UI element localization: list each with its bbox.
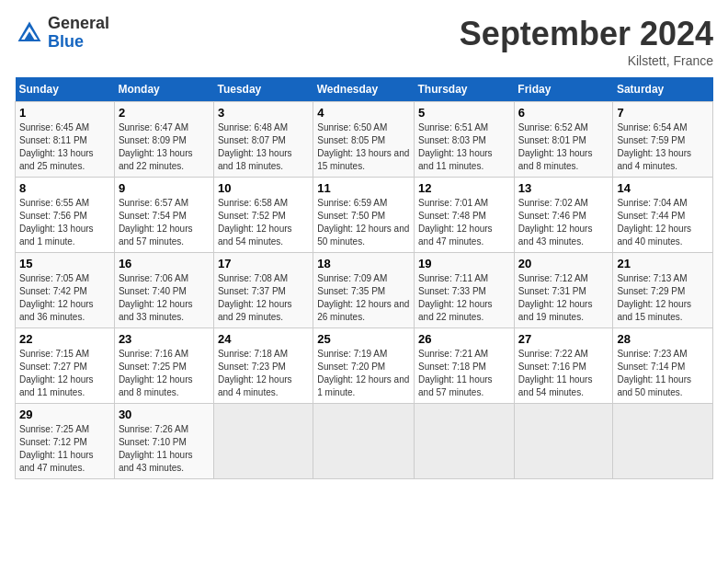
calendar-week-3: 22Sunrise: 7:15 AMSunset: 7:27 PMDayligh… [16,328,713,404]
day-number: 4 [317,106,410,120]
calendar-cell: 30Sunrise: 7:26 AMSunset: 7:10 PMDayligh… [114,404,213,479]
header-monday: Monday [114,77,213,102]
calendar-cell [313,404,415,479]
day-info: Sunrise: 6:47 AMSunset: 8:09 PMDaylight:… [119,122,193,171]
day-info: Sunrise: 7:04 AMSunset: 7:44 PMDaylight:… [617,198,691,247]
day-info: Sunrise: 7:05 AMSunset: 7:42 PMDaylight:… [19,273,94,322]
day-info: Sunrise: 7:13 AMSunset: 7:29 PMDaylight:… [617,273,691,322]
day-number: 15 [19,257,110,270]
day-number: 27 [518,332,609,346]
day-info: Sunrise: 7:06 AMSunset: 7:40 PMDaylight:… [119,273,193,322]
calendar-cell: 11Sunrise: 6:59 AMSunset: 7:50 PMDayligh… [313,178,415,253]
calendar-cell: 22Sunrise: 7:15 AMSunset: 7:27 PMDayligh… [16,328,115,404]
day-info: Sunrise: 6:45 AMSunset: 8:11 PMDaylight:… [19,122,94,171]
logo-general: General [48,14,109,32]
day-info: Sunrise: 7:09 AMSunset: 7:35 PMDaylight:… [317,273,409,322]
day-number: 10 [218,181,309,195]
calendar-cell: 3Sunrise: 6:48 AMSunset: 8:07 PMDaylight… [213,102,313,178]
calendar-cell: 2Sunrise: 6:47 AMSunset: 8:09 PMDaylight… [114,102,213,178]
day-number: 30 [119,408,210,421]
header-sunday: Sunday [16,77,115,102]
header-wednesday: Wednesday [313,77,415,102]
calendar-cell: 24Sunrise: 7:18 AMSunset: 7:23 PMDayligh… [213,328,313,404]
calendar-cell: 9Sunrise: 6:57 AMSunset: 7:54 PMDaylight… [114,178,213,253]
calendar-table: SundayMondayTuesdayWednesdayThursdayFrid… [15,77,713,479]
day-info: Sunrise: 6:57 AMSunset: 7:54 PMDaylight:… [119,198,193,247]
day-info: Sunrise: 7:12 AMSunset: 7:31 PMDaylight:… [518,273,593,322]
day-number: 26 [418,332,510,346]
day-info: Sunrise: 7:23 AMSunset: 7:14 PMDaylight:… [617,349,691,397]
day-number: 13 [518,181,609,195]
calendar-cell [415,404,515,479]
header-tuesday: Tuesday [213,77,313,102]
calendar-cell: 7Sunrise: 6:54 AMSunset: 7:59 PMDaylight… [613,102,713,178]
calendar-cell [613,404,713,479]
day-info: Sunrise: 7:21 AMSunset: 7:18 PMDaylight:… [418,349,493,397]
calendar-cell: 1Sunrise: 6:45 AMSunset: 8:11 PMDaylight… [16,102,115,178]
logo-blue: Blue [48,32,84,51]
day-number: 7 [617,106,709,120]
calendar-week-2: 15Sunrise: 7:05 AMSunset: 7:42 PMDayligh… [16,253,713,328]
day-number: 29 [19,408,110,421]
calendar-cell: 8Sunrise: 6:55 AMSunset: 7:56 PMDaylight… [16,178,115,253]
page-header: General Blue September 2024 Kilstett, Fr… [15,15,713,68]
day-info: Sunrise: 7:15 AMSunset: 7:27 PMDaylight:… [19,349,94,397]
day-number: 19 [418,257,510,270]
calendar-cell: 16Sunrise: 7:06 AMSunset: 7:40 PMDayligh… [114,253,213,328]
day-number: 25 [317,332,410,346]
calendar-cell: 26Sunrise: 7:21 AMSunset: 7:18 PMDayligh… [415,328,515,404]
day-number: 18 [317,257,410,270]
header-friday: Friday [514,77,613,102]
location: Kilstett, France [460,53,713,68]
day-info: Sunrise: 7:19 AMSunset: 7:20 PMDaylight:… [317,349,409,397]
day-info: Sunrise: 7:26 AMSunset: 7:10 PMDaylight:… [119,424,193,473]
day-number: 17 [218,257,309,270]
day-number: 28 [617,332,709,346]
calendar-cell: 12Sunrise: 7:01 AMSunset: 7:48 PMDayligh… [415,178,515,253]
day-info: Sunrise: 7:18 AMSunset: 7:23 PMDaylight:… [218,349,292,397]
day-info: Sunrise: 6:51 AMSunset: 8:03 PMDaylight:… [418,122,493,171]
calendar-cell: 19Sunrise: 7:11 AMSunset: 7:33 PMDayligh… [415,253,515,328]
day-number: 20 [518,257,609,270]
day-info: Sunrise: 7:22 AMSunset: 7:16 PMDaylight:… [518,349,593,397]
day-info: Sunrise: 7:16 AMSunset: 7:25 PMDaylight:… [119,349,193,397]
day-number: 9 [119,181,210,195]
calendar-cell: 23Sunrise: 7:16 AMSunset: 7:25 PMDayligh… [114,328,213,404]
calendar-week-1: 8Sunrise: 6:55 AMSunset: 7:56 PMDaylight… [16,178,713,253]
calendar-cell: 15Sunrise: 7:05 AMSunset: 7:42 PMDayligh… [16,253,115,328]
calendar-cell: 18Sunrise: 7:09 AMSunset: 7:35 PMDayligh… [313,253,415,328]
day-info: Sunrise: 6:50 AMSunset: 8:05 PMDaylight:… [317,122,409,171]
day-number: 1 [19,106,110,120]
calendar-cell: 5Sunrise: 6:51 AMSunset: 8:03 PMDaylight… [415,102,515,178]
calendar-week-4: 29Sunrise: 7:25 AMSunset: 7:12 PMDayligh… [16,404,713,479]
day-info: Sunrise: 7:11 AMSunset: 7:33 PMDaylight:… [418,273,493,322]
day-number: 12 [418,181,510,195]
day-info: Sunrise: 6:52 AMSunset: 8:01 PMDaylight:… [518,122,593,171]
day-info: Sunrise: 6:59 AMSunset: 7:50 PMDaylight:… [317,198,409,247]
day-info: Sunrise: 6:55 AMSunset: 7:56 PMDaylight:… [19,198,94,247]
calendar-cell: 10Sunrise: 6:58 AMSunset: 7:52 PMDayligh… [213,178,313,253]
day-info: Sunrise: 7:25 AMSunset: 7:12 PMDaylight:… [19,424,94,473]
day-number: 23 [119,332,210,346]
day-info: Sunrise: 6:54 AMSunset: 7:59 PMDaylight:… [617,122,691,171]
calendar-cell: 17Sunrise: 7:08 AMSunset: 7:37 PMDayligh… [213,253,313,328]
calendar-cell: 27Sunrise: 7:22 AMSunset: 7:16 PMDayligh… [514,328,613,404]
calendar-cell: 13Sunrise: 7:02 AMSunset: 7:46 PMDayligh… [514,178,613,253]
day-number: 2 [119,106,210,120]
day-info: Sunrise: 7:02 AMSunset: 7:46 PMDaylight:… [518,198,593,247]
calendar-cell: 21Sunrise: 7:13 AMSunset: 7:29 PMDayligh… [613,253,713,328]
calendar-header-row: SundayMondayTuesdayWednesdayThursdayFrid… [16,77,713,102]
calendar-cell: 25Sunrise: 7:19 AMSunset: 7:20 PMDayligh… [313,328,415,404]
month-title: September 2024 [460,15,713,53]
day-info: Sunrise: 7:08 AMSunset: 7:37 PMDaylight:… [218,273,292,322]
calendar-cell: 20Sunrise: 7:12 AMSunset: 7:31 PMDayligh… [514,253,613,328]
logo-text: General Blue [48,15,109,52]
day-info: Sunrise: 6:48 AMSunset: 8:07 PMDaylight:… [218,122,292,171]
calendar-cell: 29Sunrise: 7:25 AMSunset: 7:12 PMDayligh… [16,404,115,479]
calendar-cell: 14Sunrise: 7:04 AMSunset: 7:44 PMDayligh… [613,178,713,253]
calendar-cell: 6Sunrise: 6:52 AMSunset: 8:01 PMDaylight… [514,102,613,178]
header-saturday: Saturday [613,77,713,102]
calendar-cell: 4Sunrise: 6:50 AMSunset: 8:05 PMDaylight… [313,102,415,178]
day-number: 14 [617,181,709,195]
day-number: 6 [518,106,609,120]
